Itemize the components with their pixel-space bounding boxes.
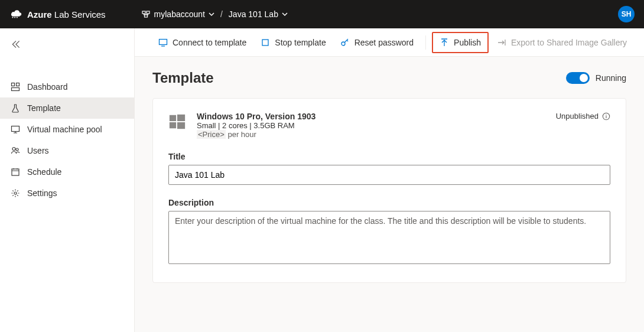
sidebar-item-dashboard[interactable]: Dashboard xyxy=(0,76,134,97)
svg-rect-3 xyxy=(142,11,145,14)
svg-point-16 xyxy=(341,42,345,45)
reset-password-button[interactable]: Reset password xyxy=(334,34,419,51)
publish-button[interactable]: Publish xyxy=(432,32,489,53)
connect-to-template-button[interactable]: Connect to template xyxy=(152,34,252,51)
breadcrumb-account-label: mylabaccount xyxy=(154,9,205,19)
sidebar-item-schedule[interactable]: Schedule xyxy=(0,161,134,183)
sidebar: Dashboard Template Virtual machine pool … xyxy=(0,28,135,332)
svg-rect-15 xyxy=(262,40,268,45)
collapse-sidebar-button[interactable] xyxy=(0,33,134,57)
description-label: Description xyxy=(168,198,610,207)
svg-rect-7 xyxy=(17,83,19,86)
svg-point-1 xyxy=(14,17,15,18)
sidebar-item-vm-pool[interactable]: Virtual machine pool xyxy=(0,119,134,140)
breadcrumb-separator: / xyxy=(220,9,223,19)
info-icon[interactable] xyxy=(602,112,610,121)
os-spec: Small | 2 cores | 3.5GB RAM xyxy=(197,121,316,130)
breadcrumb: mylabaccount / Java 101 Lab xyxy=(141,9,288,19)
svg-rect-19 xyxy=(170,122,176,128)
dashboard-icon xyxy=(11,82,20,92)
os-price: <Price> per hour xyxy=(197,130,316,139)
breadcrumb-account[interactable]: mylabaccount xyxy=(141,9,214,19)
brand[interactable]: Azure Lab Services xyxy=(9,8,106,21)
main: Connect to template Stop template Reset … xyxy=(135,28,644,332)
status-label: Unpublished xyxy=(556,112,599,121)
calendar-icon xyxy=(11,167,20,177)
breadcrumb-lab[interactable]: Java 101 Lab xyxy=(229,9,288,19)
button-label: Export to Shared Image Gallery xyxy=(511,38,627,47)
svg-rect-14 xyxy=(160,39,167,44)
os-title: Windows 10 Pro, Version 1903 xyxy=(197,112,316,121)
double-chevron-left-icon xyxy=(11,39,21,50)
sidebar-item-label: Settings xyxy=(27,188,57,198)
chevron-down-icon xyxy=(209,11,214,17)
svg-rect-18 xyxy=(177,115,185,121)
svg-rect-8 xyxy=(12,88,19,91)
svg-point-11 xyxy=(16,148,18,151)
publish-arrow-up-icon xyxy=(440,38,449,47)
svg-rect-20 xyxy=(177,122,185,129)
svg-rect-6 xyxy=(12,83,15,86)
export-to-gallery-button: Export to Shared Image Gallery xyxy=(491,34,633,51)
monitor-connect-icon xyxy=(158,38,168,47)
flask-icon xyxy=(11,103,20,113)
running-toggle[interactable] xyxy=(566,72,590,84)
page-title: Template xyxy=(152,70,214,86)
brand-text: Azure Lab Services xyxy=(27,9,106,19)
breadcrumb-lab-label: Java 101 Lab xyxy=(229,9,278,19)
svg-point-0 xyxy=(12,17,13,18)
toolbar-separator xyxy=(425,35,426,50)
svg-rect-4 xyxy=(147,11,149,14)
sidebar-item-settings[interactable]: Settings xyxy=(0,183,134,204)
avatar[interactable]: SH xyxy=(618,6,635,22)
nav: Dashboard Template Virtual machine pool … xyxy=(0,76,134,204)
template-card: Windows 10 Pro, Version 1903 Small | 2 c… xyxy=(152,98,626,283)
svg-point-13 xyxy=(14,192,17,194)
button-label: Connect to template xyxy=(173,38,246,47)
title-label: Title xyxy=(168,152,610,161)
title-input[interactable] xyxy=(168,165,610,185)
publish-status: Unpublished xyxy=(556,112,610,121)
resource-icon xyxy=(141,9,151,19)
svg-rect-12 xyxy=(12,169,19,175)
svg-point-10 xyxy=(12,148,15,151)
sidebar-item-label: Dashboard xyxy=(27,82,68,92)
button-label: Stop template xyxy=(275,38,326,47)
sidebar-item-template[interactable]: Template xyxy=(0,97,134,119)
svg-point-2 xyxy=(17,17,18,18)
top-bar: Azure Lab Services mylabaccount / Java 1… xyxy=(0,0,644,28)
chevron-down-icon xyxy=(282,11,288,17)
action-toolbar: Connect to template Stop template Reset … xyxy=(135,28,644,57)
export-icon xyxy=(497,38,506,47)
sidebar-item-users[interactable]: Users xyxy=(0,140,134,161)
running-toggle-label: Running xyxy=(596,73,626,83)
sidebar-item-label: Template xyxy=(27,103,61,113)
stop-template-button[interactable]: Stop template xyxy=(255,34,331,51)
monitor-icon xyxy=(11,125,20,134)
users-icon xyxy=(11,146,20,155)
azure-cloud-icon xyxy=(9,8,22,21)
sidebar-item-label: Schedule xyxy=(27,167,61,177)
windows-icon xyxy=(168,113,186,131)
button-label: Publish xyxy=(454,38,481,47)
running-toggle-group: Running xyxy=(566,72,626,84)
svg-rect-17 xyxy=(170,115,176,121)
gear-icon xyxy=(11,188,20,198)
button-label: Reset password xyxy=(354,38,414,47)
svg-rect-9 xyxy=(12,126,19,132)
stop-icon xyxy=(261,38,270,47)
description-textarea[interactable] xyxy=(168,211,610,264)
sidebar-item-label: Users xyxy=(27,146,49,155)
key-icon xyxy=(340,38,350,47)
sidebar-item-label: Virtual machine pool xyxy=(27,125,102,134)
